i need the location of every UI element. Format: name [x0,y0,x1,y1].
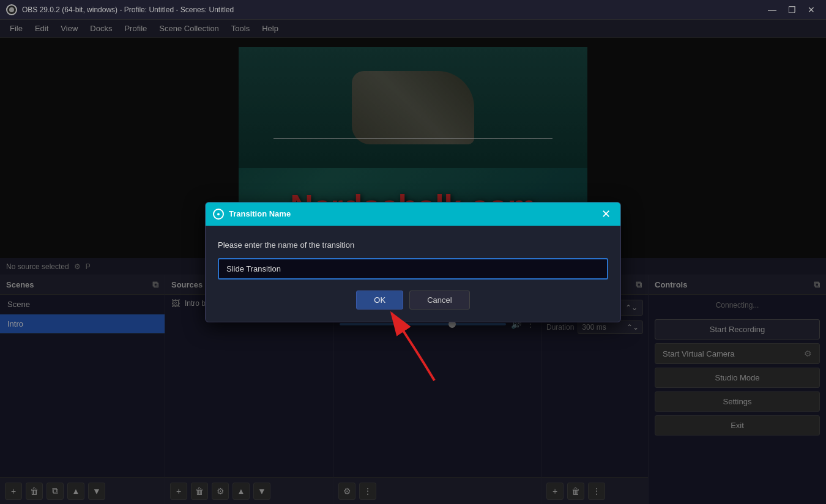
transition-name-input[interactable] [218,258,608,280]
window-title: OBS 29.0.2 (64-bit, windows) - Profile: … [22,6,764,14]
dialog-overlay: ● Transition Name ✕ Please enter the nam… [0,20,826,504]
window-controls: — ❐ ✕ [764,4,820,15]
app-icon [6,4,17,15]
close-button[interactable]: ✕ [803,4,820,15]
dialog-cancel-button[interactable]: Cancel [409,291,469,309]
dialog-buttons: OK Cancel [218,291,608,309]
minimize-button[interactable]: — [764,4,781,15]
dialog-body: Please enter the name of the transition … [206,226,620,322]
dialog-ok-button[interactable]: OK [356,291,403,309]
maximize-button[interactable]: ❐ [783,4,800,15]
dialog-prompt: Please enter the name of the transition [218,240,608,250]
dialog-obs-icon: ● [213,209,224,220]
titlebar: OBS 29.0.2 (64-bit, windows) - Profile: … [0,0,826,20]
dialog-titlebar: ● Transition Name ✕ [206,202,620,226]
dialog-title: Transition Name [229,209,593,218]
dialog-close-button[interactable]: ✕ [598,207,613,221]
transition-name-dialog: ● Transition Name ✕ Please enter the nam… [205,202,621,322]
